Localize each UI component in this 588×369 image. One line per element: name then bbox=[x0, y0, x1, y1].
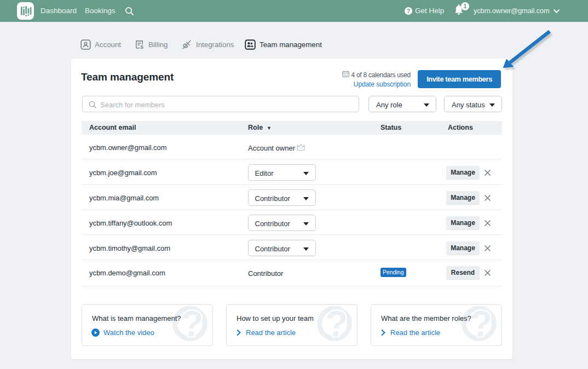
svg-text:?: ? bbox=[326, 306, 348, 344]
svg-text:?: ? bbox=[181, 306, 203, 344]
svg-text:?: ? bbox=[470, 306, 492, 344]
svg-text:?: ? bbox=[407, 8, 410, 14]
svg-text:$: $ bbox=[141, 44, 144, 50]
svg-text:1: 1 bbox=[464, 3, 467, 9]
